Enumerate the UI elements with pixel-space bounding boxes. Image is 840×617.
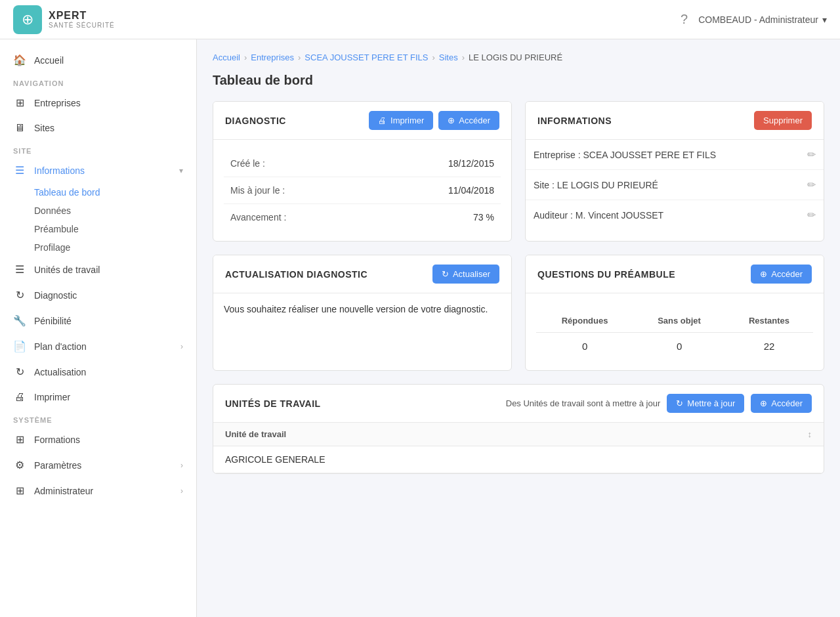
val-restantes: 22	[725, 333, 813, 360]
navbar-right: ? COMBEAUD - Administrateur ▾	[681, 12, 827, 27]
sidebar-item-accueil[interactable]: 🏠 Accueil	[0, 47, 196, 73]
brand-text: XPERT SANTÉ SÉCURITÉ	[49, 10, 115, 29]
brand-name: XPERT	[49, 10, 115, 22]
penibilite-icon: 🔧	[13, 314, 26, 327]
unites-notice: Des Unités de travail sont à mettre à jo…	[506, 398, 661, 408]
sidebar-item-parametres[interactable]: ⚙ Paramètres ›	[0, 452, 196, 478]
informations-card: INFORMATIONS Supprimer Entreprise : SCEA…	[525, 101, 824, 242]
supprimer-label: Supprimer	[763, 116, 803, 125]
maj-value: 11/04/2018	[373, 177, 501, 204]
sidebar-imprimer-label: Imprimer	[34, 392, 70, 402]
home-icon: 🏠	[13, 54, 26, 66]
sort-icon[interactable]: ↕	[808, 429, 812, 439]
imprimer-icon: 🖨	[13, 391, 26, 403]
maj-icon: ↻	[676, 398, 683, 408]
breadcrumb-sites[interactable]: Sites	[439, 53, 458, 62]
info-row-site: Site : LE LOGIS DU PRIEURÉ ✏	[526, 170, 824, 200]
cree-label: Créé le :	[224, 150, 373, 177]
sidebar-item-penibilite[interactable]: 🔧 Pénibilité	[0, 308, 196, 333]
edit-entreprise-icon[interactable]: ✏	[807, 148, 816, 161]
actualisation-title: ACTUALISATION DIAGNOSTIC	[225, 269, 368, 280]
acceder-diag-label: Accéder	[459, 116, 490, 125]
actualiser-button[interactable]: ↻ Actualiser	[432, 265, 499, 284]
site-text: Site : LE LOGIS DU PRIEURÉ	[534, 180, 658, 190]
sidebar-sub-preambule[interactable]: Préambule	[0, 220, 196, 238]
edit-auditeur-icon[interactable]: ✏	[807, 209, 816, 221]
mettre-a-jour-button[interactable]: ↻ Mettre à jour	[667, 394, 744, 413]
sidebar-item-diagnostic[interactable]: ↻ Diagnostic	[0, 282, 196, 308]
sidebar-formations-label: Formations	[34, 435, 80, 445]
sidebar-item-formations[interactable]: ⊞ Formations	[0, 427, 196, 452]
acceder-preambule-label: Accéder	[771, 269, 803, 279]
auditeur-text: Auditeur : M. Vincent JOUSSET	[534, 210, 663, 221]
cree-value: 18/12/2015	[373, 150, 501, 177]
preambule-card: QUESTIONS DU PRÉAMBULE ⊕ Accéder Répondu…	[525, 255, 824, 371]
actualisation-card-body: Vous souhaitez réaliser une nouvelle ver…	[213, 293, 511, 325]
breadcrumb-entreprises[interactable]: Entreprises	[251, 53, 294, 62]
brand: ⊕ XPERT SANTÉ SÉCURITÉ	[13, 5, 115, 34]
edit-site-icon[interactable]: ✏	[807, 179, 816, 191]
sidebar-unites-label: Unités de travail	[34, 265, 100, 275]
user-menu-arrow: ▾	[822, 14, 827, 25]
brand-subtitle: SANTÉ SÉCURITÉ	[49, 22, 115, 29]
actualiser-label: Actualiser	[453, 269, 490, 279]
acceder-preambule-button[interactable]: ⊕ Accéder	[751, 265, 812, 284]
maj-label: Mis à jour le :	[224, 177, 373, 204]
acceder-unites-button[interactable]: ⊕ Accéder	[751, 394, 812, 413]
table-row: Créé le : 18/12/2015	[224, 150, 501, 177]
informations-chevron: ▾	[179, 166, 183, 175]
imprimer-button[interactable]: 🖨 Imprimer	[369, 111, 433, 130]
sidebar-item-imprimer[interactable]: 🖨 Imprimer	[0, 385, 196, 410]
sidebar-item-administrateur[interactable]: ⊞ Administrateur ›	[0, 478, 196, 487]
plan-chevron: ›	[180, 342, 183, 351]
sidebar-sub-profilage[interactable]: Profilage	[0, 238, 196, 257]
supprimer-button[interactable]: Supprimer	[754, 111, 812, 130]
sidebar-item-unites[interactable]: ☰ Unités de travail	[0, 257, 196, 282]
navbar: ⊕ XPERT SANTÉ SÉCURITÉ ? COMBEAUD - Admi…	[0, 0, 840, 39]
sidebar-item-sites[interactable]: 🖥 Sites	[0, 116, 196, 140]
site-section-label: SITE	[0, 140, 196, 158]
diagnostic-card: DIAGNOSTIC 🖨 Imprimer ⊕ Accéder	[213, 101, 512, 242]
sidebar-informations-label: Informations	[34, 165, 85, 176]
informations-card-header: INFORMATIONS Supprimer	[526, 102, 824, 140]
imprimer-btn-icon: 🖨	[378, 116, 387, 125]
sidebar-administrateur-label: Administrateur	[34, 486, 93, 488]
diagnostic-table: Créé le : 18/12/2015 Mis à jour le : 11/…	[224, 150, 501, 230]
acceder-diagnostic-button[interactable]: ⊕ Accéder	[438, 111, 499, 130]
user-menu[interactable]: COMBEAUD - Administrateur ▾	[698, 14, 827, 25]
col-restantes: Restantes	[725, 309, 813, 333]
sidebar-item-informations[interactable]: ☰ Informations ▾	[0, 158, 196, 183]
informations-title: INFORMATIONS	[537, 116, 612, 126]
nav-section-label: NAVIGATION	[0, 73, 196, 90]
acceder-diag-icon: ⊕	[448, 116, 455, 125]
sidebar-sub-tableau[interactable]: Tableau de bord	[0, 183, 196, 202]
sidebar-diagnostic-label: Diagnostic	[34, 290, 77, 301]
sidebar-penibilite-label: Pénibilité	[34, 316, 72, 326]
sidebar-sub-donnees[interactable]: Données	[0, 202, 196, 220]
help-icon[interactable]: ?	[681, 12, 688, 27]
parametres-chevron: ›	[180, 461, 183, 470]
page-title: Tableau de bord	[213, 73, 824, 88]
breadcrumb-accueil[interactable]: Accueil	[213, 53, 240, 62]
acceder-unites-label: Accéder	[771, 398, 803, 408]
sidebar-item-actualisation[interactable]: ↻ Actualisation	[0, 359, 196, 385]
breadcrumb-scea[interactable]: SCEA JOUSSET PERE ET FILS	[304, 53, 428, 62]
informations-card-body: Entreprise : SCEA JOUSSET PERE ET FILS ✏…	[526, 140, 824, 230]
unites-header: UNITÉS DE TRAVAIL Des Unités de travail …	[213, 385, 824, 423]
sep-3: ›	[432, 53, 434, 62]
imprimer-btn-label: Imprimer	[390, 116, 424, 125]
sidebar-item-accueil-label: Accueil	[34, 55, 64, 66]
administrateur-chevron: ›	[180, 486, 183, 488]
main-content: Accueil › Entreprises › SCEA JOUSSET PER…	[197, 39, 840, 487]
informations-icon: ☰	[13, 164, 26, 177]
sep-2: ›	[298, 53, 301, 62]
formations-icon: ⊞	[13, 433, 26, 446]
val-sans-objet: 0	[633, 333, 725, 360]
list-item: AGRICOLE GENERALE	[213, 446, 824, 473]
stats-data-row: 0 0 22	[536, 333, 813, 360]
sidebar-item-plan[interactable]: 📄 Plan d'action ›	[0, 333, 196, 359]
unites-card: UNITÉS DE TRAVAIL Des Unités de travail …	[213, 384, 824, 474]
top-cards-grid: DIAGNOSTIC 🖨 Imprimer ⊕ Accéder	[213, 101, 824, 242]
sidebar-item-entreprises[interactable]: ⊞ Entreprises	[0, 90, 196, 116]
unites-actions: Des Unités de travail sont à mettre à jo…	[506, 394, 812, 413]
